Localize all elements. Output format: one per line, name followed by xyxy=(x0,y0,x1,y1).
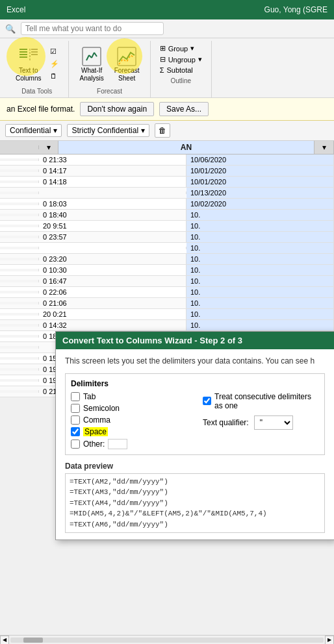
preview-line: =TEXT(AM3,"dd/mm/yyyy") xyxy=(70,487,320,498)
cell-time[interactable]: 0 21:33 xyxy=(39,155,186,165)
svg-rect-1 xyxy=(19,51,27,53)
table-row: 0 14:17 10/01/2020 xyxy=(0,166,334,177)
text-to-columns-button[interactable]: Text toColumns xyxy=(12,43,45,85)
cell-row-num xyxy=(0,280,39,282)
scrollbar-track[interactable] xyxy=(10,638,324,643)
confidential-arrow: ▾ xyxy=(53,126,57,135)
comma-checkbox[interactable] xyxy=(71,415,80,425)
cell-date[interactable]: 10. xyxy=(186,221,334,231)
col-dropdown-left[interactable]: ▾ xyxy=(39,141,58,154)
cell-date[interactable]: 10. xyxy=(186,265,334,275)
cell-time[interactable]: 0 21:06 xyxy=(39,298,186,308)
cell-date[interactable]: 10. xyxy=(186,243,334,253)
column-header-row: ▾ AN ▾ xyxy=(0,141,334,155)
forecast-sheet-icon xyxy=(116,46,137,67)
delim-col-left: Tab Semicolon Comma Space xyxy=(71,392,194,449)
col-header-an[interactable]: AN xyxy=(58,141,315,154)
cell-time[interactable]: 20 0:21 xyxy=(39,309,186,319)
what-if-button[interactable]: What-IfAnalysis xyxy=(75,43,107,85)
cell-date[interactable]: 10. xyxy=(186,287,334,297)
subtotal-button[interactable]: Σ Subtotal xyxy=(157,66,205,75)
wizard-title: Convert Text to Columns Wizard - Step 2 … xyxy=(62,336,242,345)
cell-time[interactable]: 0 23:57 xyxy=(39,232,186,242)
space-row: Space xyxy=(71,427,194,436)
qualifier-select[interactable]: " ' None xyxy=(254,415,293,430)
remove-dup-button[interactable]: 🗒 xyxy=(47,71,62,81)
cell-time[interactable]: 0 16:47 xyxy=(39,276,186,286)
save-as-button[interactable]: Save As... xyxy=(159,102,209,116)
dont-show-button[interactable]: Don't show again xyxy=(80,102,154,116)
ungroup-button[interactable]: ⊟ Ungroup ▾ xyxy=(157,55,205,64)
svg-rect-5 xyxy=(31,49,38,50)
cell-date[interactable]: 10/02/2020 xyxy=(186,199,334,209)
svg-rect-0 xyxy=(19,49,27,50)
cell-row-num xyxy=(0,225,39,227)
cell-time[interactable]: 0 14:17 xyxy=(39,166,186,176)
cell-row-num xyxy=(0,258,39,260)
cell-time[interactable]: 0 14:18 xyxy=(39,177,186,187)
confidential-select[interactable]: Confidential ▾ xyxy=(5,124,62,137)
delimiter-grid: Tab Semicolon Comma Space xyxy=(71,392,319,449)
cell-date[interactable]: 10. xyxy=(186,254,334,264)
row-num-header xyxy=(0,145,39,149)
cell-date[interactable]: 10. xyxy=(186,298,334,308)
flash-fill-button[interactable]: ⚡ xyxy=(47,58,62,69)
other-checkbox[interactable] xyxy=(71,440,80,449)
svg-rect-6 xyxy=(31,51,38,53)
cell-time[interactable]: 0 18:40 xyxy=(39,210,186,220)
cell-time[interactable]: 0 22:06 xyxy=(39,287,186,297)
cell-time[interactable] xyxy=(39,192,186,194)
cell-date[interactable]: 10/01/2020 xyxy=(186,166,334,176)
tab-checkbox[interactable] xyxy=(71,392,80,401)
cell-date[interactable]: 10. xyxy=(186,276,334,286)
ungroup-label: Ungroup xyxy=(168,56,196,64)
svg-line-12 xyxy=(94,53,97,56)
group-button[interactable]: ⊞ Group ▾ xyxy=(157,43,205,53)
cell-row-num xyxy=(0,247,39,249)
remove-dup-icon: 🗒 xyxy=(50,72,57,80)
table-row: 10. xyxy=(0,243,334,254)
qualifier-label: Text qualifier: xyxy=(203,418,249,427)
cell-date[interactable]: 10. xyxy=(186,309,334,319)
cell-date[interactable]: 10. xyxy=(186,210,334,220)
group-arrow: ▾ xyxy=(190,44,194,53)
ribbon-group-outline: ⊞ Group ▾ ⊟ Ungroup ▾ Σ Subtotal Outline xyxy=(151,41,212,97)
space-checkbox[interactable] xyxy=(71,427,80,436)
bottom-scrollbar: ◀ ▶ xyxy=(0,635,334,644)
cell-row-num xyxy=(0,346,39,349)
strictly-confidential-label: Strictly Confidential xyxy=(71,126,138,135)
cell-time[interactable]: 0 14:32 xyxy=(39,320,186,330)
semicolon-checkbox[interactable] xyxy=(71,404,80,413)
cell-date[interactable]: 10. xyxy=(186,232,334,242)
cell-date[interactable]: 10. xyxy=(186,320,334,330)
group-icon: ⊞ xyxy=(160,44,166,53)
forecast-sheet-label: ForecastSheet xyxy=(114,67,140,82)
cell-row-num xyxy=(0,291,39,293)
cell-time[interactable]: 0 10:30 xyxy=(39,265,186,275)
consecutive-checkbox[interactable] xyxy=(203,397,211,405)
cell-date[interactable]: 10/13/2020 xyxy=(186,188,334,198)
cell-row-num xyxy=(0,390,39,393)
col-dropdown-right[interactable]: ▾ xyxy=(315,141,334,154)
strictly-confidential-select[interactable]: Strictly Confidential ▾ xyxy=(67,124,149,137)
table-row: 0 21:33 10/06/2020 xyxy=(0,155,334,166)
cell-row-num xyxy=(0,357,39,360)
cell-time[interactable] xyxy=(39,247,186,249)
cell-time[interactable]: 0 18:03 xyxy=(39,199,186,209)
cell-row-num xyxy=(0,269,39,271)
cell-row-num xyxy=(0,180,39,183)
qualifier-row: Text qualifier: " ' None xyxy=(203,415,319,430)
scroll-right-button[interactable]: ▶ xyxy=(325,636,334,645)
cell-date[interactable]: 10/06/2020 xyxy=(186,155,334,165)
delete-button[interactable]: 🗑 xyxy=(155,123,170,138)
cell-time[interactable]: 0 23:20 xyxy=(39,254,186,264)
other-text-input[interactable] xyxy=(108,439,127,449)
scroll-left-button[interactable]: ◀ xyxy=(0,636,9,645)
ribbon-group-forecast: What-IfAnalysis ForecastSheet Forecast xyxy=(69,41,150,97)
data-validation-button[interactable]: ☑ xyxy=(47,46,62,57)
tell-me-input[interactable] xyxy=(21,22,164,35)
wizard-dialog: Convert Text to Columns Wizard - Step 2 … xyxy=(55,331,334,540)
cell-time[interactable]: 20 9:51 xyxy=(39,221,186,231)
cell-date[interactable]: 10/01/2020 xyxy=(186,177,334,187)
forecast-sheet-button[interactable]: ForecastSheet xyxy=(110,43,144,85)
